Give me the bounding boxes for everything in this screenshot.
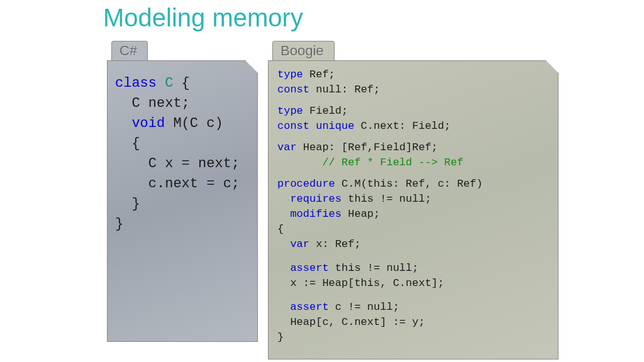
code-line: void M(C c) xyxy=(115,114,251,134)
code-line: } xyxy=(277,330,552,345)
code-line: C x = next; xyxy=(115,154,251,174)
corner-cut-icon xyxy=(245,60,258,73)
code-line: const null: Ref; xyxy=(277,82,552,97)
code-line: } xyxy=(115,194,251,214)
boogie-tab: Boogie xyxy=(272,41,335,60)
slide-title: Modeling memory xyxy=(103,4,303,32)
code-line: var Heap: [Ref,Field]Ref; xyxy=(277,140,552,155)
boogie-panel: Boogie type Ref;const null: Ref;type Fie… xyxy=(268,60,558,359)
code-line: type Ref; xyxy=(277,67,552,82)
code-line: type Field; xyxy=(277,104,552,119)
code-line: assert c != null; xyxy=(277,300,552,315)
code-line: const unique C.next: Field; xyxy=(277,119,552,134)
code-line: x := Heap[this, C.next]; xyxy=(277,276,552,291)
code-line: var x: Ref; xyxy=(277,237,552,252)
boogie-code: type Ref;const null: Ref;type Field;cons… xyxy=(269,61,558,351)
csharp-panel: C# class C { C next; void M(C c) { C x =… xyxy=(107,60,258,342)
code-line: // Ref * Field --> Ref xyxy=(277,155,552,170)
code-line: { xyxy=(115,134,251,154)
code-line: { xyxy=(277,222,552,237)
code-line: class C { xyxy=(115,74,251,94)
code-line: Heap[c, C.next] := y; xyxy=(277,315,552,330)
slide: Modeling memory C# class C { C next; voi… xyxy=(0,0,644,362)
code-line: assert this != null; xyxy=(277,261,552,276)
code-line: requires this != null; xyxy=(277,192,552,207)
code-line: c.next = c; xyxy=(115,174,251,194)
code-line: modifies Heap; xyxy=(277,207,552,222)
code-line: C next; xyxy=(115,94,251,114)
csharp-code: class C { C next; void M(C c) { C x = ne… xyxy=(108,61,257,241)
code-line: } xyxy=(115,214,251,234)
csharp-tab: C# xyxy=(111,41,148,60)
corner-cut-icon xyxy=(546,60,558,73)
code-line: procedure C.M(this: Ref, c: Ref) xyxy=(277,177,552,192)
